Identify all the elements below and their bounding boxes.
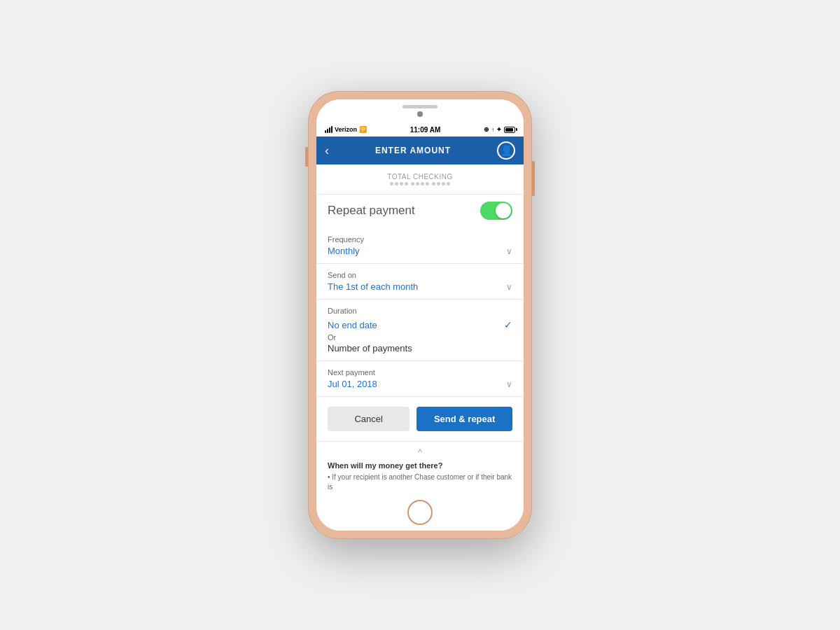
phone-camera <box>417 111 423 117</box>
battery-icon <box>504 127 515 133</box>
send-on-row: The 1st of each month ∨ <box>328 281 512 292</box>
location-icon: ⊕ <box>484 126 489 133</box>
phone-speaker <box>402 105 438 108</box>
status-right: ⊕ ↑ ✦ <box>484 126 515 133</box>
dot-5 <box>411 182 414 186</box>
carrier-label: Verizon <box>335 126 357 133</box>
dot-8 <box>426 182 429 186</box>
home-button[interactable] <box>407 500 433 525</box>
signal-bar-4 <box>331 126 332 133</box>
no-end-date-option[interactable]: No end date ✓ <box>328 319 512 330</box>
account-section: TOTAL CHECKING <box>316 164 524 195</box>
dot-4 <box>405 182 408 186</box>
dot-10 <box>437 182 440 186</box>
send-on-label: Send on <box>328 271 512 279</box>
app-content: TOTAL CHECKING <box>316 164 524 496</box>
frequency-section[interactable]: Frequency Monthly ∨ <box>316 228 524 264</box>
no-end-date-label: No end date <box>328 320 377 330</box>
send-on-section[interactable]: Send on The 1st of each month ∨ <box>316 264 524 300</box>
back-button[interactable]: ‹ <box>325 144 329 158</box>
status-time: 11:09 AM <box>410 126 441 134</box>
info-title: When will my money get there? <box>328 461 512 470</box>
cancel-button[interactable]: Cancel <box>328 407 410 431</box>
next-payment-label: Next payment <box>328 368 512 377</box>
signal-bar-2 <box>327 129 328 133</box>
toggle-knob <box>496 203 511 218</box>
send-on-chevron-icon: ∨ <box>506 282 512 292</box>
phone-device: Verizon 🛜 11:09 AM ⊕ ↑ ✦ ‹ ENTER AMOUNT … <box>308 91 532 539</box>
dot-12 <box>447 182 450 186</box>
frequency-row: Monthly ∨ <box>328 246 512 256</box>
buttons-row: Cancel Send & repeat <box>316 397 524 441</box>
info-section: ^ When will my money get there? • If you… <box>316 441 524 496</box>
dot-1 <box>390 182 393 186</box>
status-left: Verizon 🛜 <box>325 126 367 133</box>
signal-bars <box>325 126 332 133</box>
account-name: TOTAL CHECKING <box>328 173 512 181</box>
next-payment-section[interactable]: Next payment Jul 01, 2018 ∨ <box>316 361 524 397</box>
bluetooth-icon: ✦ <box>496 126 502 133</box>
chevron-up-icon: ^ <box>418 447 422 457</box>
account-dots-3 <box>432 182 450 186</box>
wifi-icon: 🛜 <box>359 126 367 133</box>
duration-section: Duration No end date ✓ Or Number of paym… <box>316 300 524 361</box>
repeat-payment-label: Repeat payment <box>328 204 415 218</box>
battery-fill <box>505 128 513 132</box>
phone-bottom <box>316 496 524 531</box>
frequency-label: Frequency <box>328 235 512 244</box>
info-text: • If your recipient is another Chase cus… <box>328 472 512 492</box>
info-toggle[interactable]: ^ <box>328 447 512 457</box>
check-icon: ✓ <box>504 319 512 330</box>
next-payment-value: Jul 01, 2018 <box>328 379 377 389</box>
repeat-payment-row: Repeat payment <box>316 195 524 228</box>
dot-2 <box>395 182 398 186</box>
dot-6 <box>416 182 419 186</box>
or-label: Or <box>328 333 512 342</box>
account-dots <box>390 182 408 186</box>
frequency-chevron-icon: ∨ <box>506 246 512 256</box>
status-bar: Verizon 🛜 11:09 AM ⊕ ↑ ✦ <box>316 122 524 136</box>
profile-icon: 👤 <box>500 145 512 156</box>
phone-top <box>316 99 524 122</box>
dot-9 <box>432 182 435 186</box>
profile-button[interactable]: 👤 <box>497 141 515 160</box>
number-of-payments-option[interactable]: Number of payments <box>328 343 512 354</box>
page-title: ENTER AMOUNT <box>375 146 451 155</box>
send-repeat-button[interactable]: Send & repeat <box>416 407 512 431</box>
next-payment-row: Jul 01, 2018 ∨ <box>328 379 512 389</box>
arrow-icon: ↑ <box>491 127 494 133</box>
duration-label: Duration <box>328 307 512 315</box>
dot-11 <box>442 182 445 186</box>
app-header: ‹ ENTER AMOUNT 👤 <box>316 136 524 164</box>
repeat-payment-toggle[interactable] <box>480 202 512 220</box>
dot-7 <box>421 182 424 186</box>
account-number <box>328 182 512 186</box>
frequency-value: Monthly <box>328 246 360 256</box>
signal-bar-1 <box>325 130 326 133</box>
account-dots-2 <box>411 182 429 186</box>
dot-3 <box>400 182 403 186</box>
next-payment-chevron-icon: ∨ <box>506 379 512 389</box>
signal-bar-3 <box>329 127 330 133</box>
send-on-value: The 1st of each month <box>328 281 418 292</box>
